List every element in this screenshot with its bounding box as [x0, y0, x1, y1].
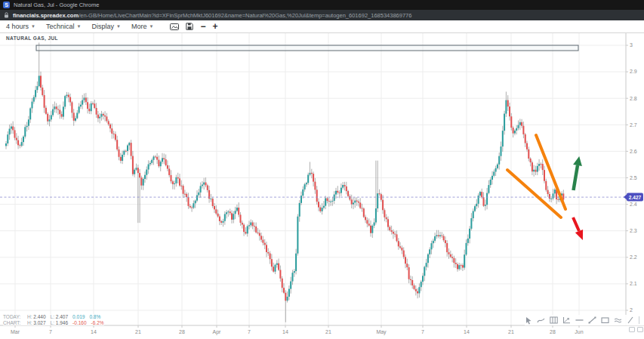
x-axis-label: 28 [550, 329, 556, 334]
up-arrow-head[interactable] [573, 156, 582, 166]
x-axis-label: Jun [575, 329, 583, 334]
chart-label: CHART: [3, 320, 23, 326]
zoom-in-button[interactable]: + [212, 23, 217, 30]
url-domain: financials.spreadex.com [13, 12, 79, 19]
technical-label: Technical [46, 23, 75, 30]
chevron-down-icon: ▼ [149, 24, 153, 29]
y-axis-label: 3 [630, 42, 633, 48]
chart-low-value: 1.946 [56, 320, 68, 325]
save-icon[interactable] [186, 23, 193, 30]
lock-icon [4, 12, 9, 18]
today-label: TODAY: [3, 314, 23, 320]
x-axis-label: 21 [325, 329, 331, 334]
snapshot-icon[interactable] [170, 23, 179, 30]
toolbar-divider [639, 316, 639, 324]
today-high-value: 2.440 [33, 314, 45, 319]
today-change-pct: 0.8% [89, 314, 100, 320]
down-arrow-drawing[interactable] [573, 217, 579, 231]
chevron-down-icon: ▼ [31, 24, 35, 29]
current-price-line: 2.427 [0, 193, 643, 202]
y-axis-label: 2.2 [630, 254, 637, 260]
chart-toolbar: 4 hours ▼ Technical ▼ Display ▼ More ▼ −… [0, 20, 644, 33]
polyline-tool-icon[interactable] [537, 316, 545, 324]
pointer-tool-icon[interactable] [525, 316, 532, 325]
chevron-down-icon: ▼ [116, 24, 121, 29]
horizontal-line-tool-icon[interactable] [575, 316, 584, 324]
axis-scale-options[interactable] [629, 327, 643, 332]
y-axis-label: 2.8 [630, 96, 637, 101]
y-axis-label: 2.4 [630, 202, 637, 207]
instrument-label: NATURAL GAS, JUL [6, 35, 58, 41]
url-path: /en-GB/Home/LiveChartMain?id=XFinSprMchM… [79, 12, 411, 19]
candlesticks [5, 42, 564, 322]
today-low-value: 2.407 [56, 314, 68, 319]
line-tool-icon[interactable] [627, 316, 634, 324]
low-label: L: [51, 314, 54, 319]
x-axis-label: 7 [49, 329, 52, 334]
price-badge-notch [624, 195, 627, 200]
browser-addressbar[interactable]: financials.spreadex.com/en-GB/Home/LiveC… [0, 10, 644, 20]
chart-high-value: 3.027 [33, 320, 45, 325]
high-label: H: [27, 320, 32, 325]
x-axis-label: 7 [248, 329, 251, 334]
chevron-down-icon: ▼ [77, 24, 82, 29]
y-axis-label: 2.9 [630, 69, 637, 74]
chart-change-pct: -6.2% [91, 320, 104, 326]
y-axis-label: 2 [630, 307, 633, 313]
low-label: L: [51, 320, 54, 325]
high-label: H: [27, 314, 32, 319]
browser-titlebar: S Natural Gas, Jul - Google Chrome [0, 0, 644, 10]
x-axis-label: 21 [135, 329, 141, 334]
zoom-out-button[interactable]: − [200, 23, 205, 30]
axis-option-icon[interactable] [629, 327, 635, 332]
display-label: Display [91, 23, 114, 30]
y-axis-label: 2.5 [630, 175, 637, 180]
x-axis-label: Apr [213, 329, 222, 335]
display-dropdown[interactable]: Display ▼ [91, 23, 120, 30]
resistance-box-drawing[interactable] [36, 45, 578, 51]
axis-option-icon[interactable] [637, 327, 643, 332]
y-axis-label: 2.3 [630, 228, 637, 233]
url-text[interactable]: financials.spreadex.com/en-GB/Home/LiveC… [13, 12, 411, 19]
more-label: More [131, 23, 147, 30]
up-arrow-drawing[interactable] [574, 165, 578, 190]
x-axis-label: 7 [421, 329, 424, 334]
site-favicon: S [3, 2, 10, 8]
chart-canvas[interactable]: 32.92.82.72.62.52.42.32.22.12Mar7142128A… [0, 33, 644, 339]
y-axis-label: 2.6 [630, 149, 637, 154]
trend-angle-tool-icon[interactable] [562, 316, 571, 324]
wave-tool-icon[interactable] [614, 316, 622, 324]
interval-label: 4 hours [6, 23, 29, 30]
fib-grid-tool-icon[interactable] [550, 316, 558, 324]
rectangle-tool-icon[interactable] [601, 316, 609, 324]
legend-row-chart: CHART: H: 3.027 L: 1.946 -0.160 -6.2% [3, 320, 104, 326]
today-change: 0.019 [72, 314, 85, 320]
drawing-toolbar [525, 315, 644, 325]
x-axis-label: Mar [11, 329, 20, 334]
price-badge-value: 2.427 [629, 195, 642, 200]
technical-dropdown[interactable]: Technical ▼ [46, 23, 81, 30]
chart-change: -0.160 [72, 320, 86, 326]
legend-row-today: TODAY: H: 2.440 L: 2.407 0.019 0.8% [3, 314, 104, 320]
interval-dropdown[interactable]: 4 hours ▼ [6, 23, 35, 30]
y-axis-label: 2.1 [630, 281, 637, 286]
trend-line-tool-icon[interactable] [588, 316, 596, 324]
window-title: Natural Gas, Jul - Google Chrome [14, 2, 99, 8]
x-axis-label: 21 [508, 329, 514, 334]
price-legend: TODAY: H: 2.440 L: 2.407 0.019 0.8% CHAR… [3, 314, 104, 325]
axes: 32.92.82.72.62.52.42.32.22.12Mar7142128A… [0, 33, 644, 335]
x-axis-label: May [376, 329, 387, 335]
y-axis-label: 2.7 [630, 122, 637, 128]
x-axis-label: 28 [179, 329, 185, 334]
x-axis-label: 14 [91, 329, 97, 334]
more-dropdown[interactable]: More ▼ [131, 23, 153, 30]
x-axis-label: 14 [282, 329, 288, 334]
x-axis-label: 14 [464, 329, 470, 334]
